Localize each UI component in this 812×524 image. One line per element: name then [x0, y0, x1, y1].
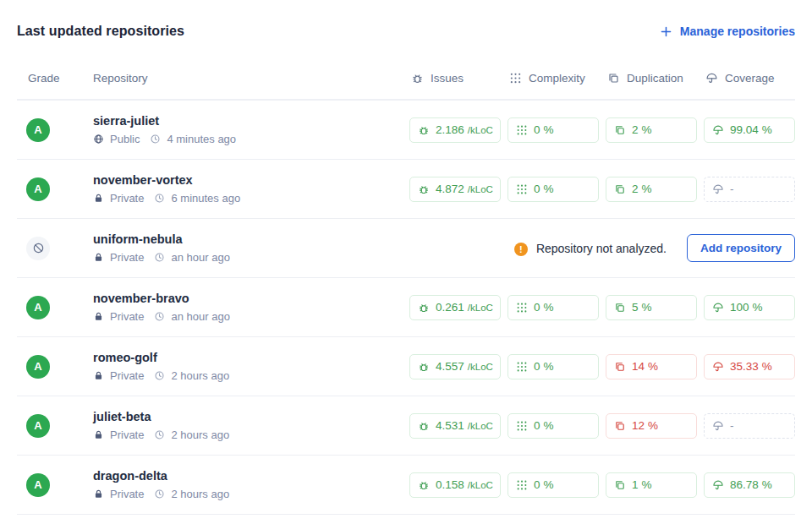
table-header: Grade Repository Issues Complexity Dupli… [17, 57, 795, 101]
issues-metric: 4.872 /kLoC [409, 177, 501, 202]
metrics: 4.531 /kLoC 0 % 12 % - [409, 413, 795, 439]
metric-value: 0 [534, 360, 540, 373]
repository-name-link[interactable]: dragon-delta [93, 469, 409, 483]
grade-badge: A [26, 177, 50, 201]
bug-icon [418, 420, 430, 432]
warning-text: Repository not analyzed. [536, 242, 667, 255]
visibility-label: Private [110, 251, 144, 264]
metric-value: 86.78 [730, 478, 759, 491]
metric-unit: % [642, 183, 652, 195]
repository-meta: Private 2 hours ago [93, 428, 409, 441]
metric-unit: % [648, 419, 658, 432]
metric-value: 0 [534, 478, 540, 491]
coverage-metric: 100 % [704, 295, 795, 320]
grade-badge: A [26, 355, 50, 379]
complexity-metric: 0 % [508, 177, 599, 202]
visibility-label: Private [110, 428, 144, 441]
complexity-metric: 0 % [508, 472, 599, 498]
updated-label: 2 hours ago [171, 369, 229, 382]
repository-name-link[interactable]: juliet-beta [93, 410, 409, 423]
metric-value: 0 [534, 419, 540, 432]
repository-name-link[interactable]: sierra-juliet [93, 114, 409, 128]
metric-value: 12 [632, 419, 645, 432]
repository-meta: Private an hour ago [93, 251, 409, 264]
grade-cell: A [17, 414, 93, 438]
metric-value: 99.04 [730, 123, 759, 136]
column-header-coverage: Coverage [704, 72, 795, 85]
visibility-label: Private [110, 369, 144, 382]
complexity-metric: 0 % [508, 117, 599, 143]
metric-value: 0.158 [436, 478, 464, 491]
repository-cell: dragon-delta Private 2 hours ago [93, 469, 409, 500]
visibility-label: Public [110, 133, 140, 145]
grid-icon [516, 420, 528, 432]
last-updated-repositories-panel: Last updated repositories Manage reposit… [0, 0, 812, 515]
copy-icon [614, 420, 626, 432]
issues-metric: 2.186 /kLoC [409, 117, 501, 143]
table-row: A romeo-golf Private 2 hours ago 4.557 /… [17, 337, 795, 396]
plus-icon [660, 25, 672, 38]
grid-icon [516, 124, 528, 136]
metric-unit: /kLoC [468, 184, 493, 194]
not-analyzed-section: ! Repository not analyzed. Add repositor… [409, 234, 795, 262]
metric-unit: % [642, 123, 652, 136]
grid-icon [516, 361, 528, 373]
table-row: A november-bravo Private an hour ago 0.2… [17, 278, 795, 337]
clock-icon [154, 429, 165, 440]
copy-icon [614, 124, 626, 136]
repository-meta: Private an hour ago [93, 310, 409, 323]
column-header-grade: Grade [17, 72, 93, 85]
column-header-duplication: Duplication [606, 72, 697, 85]
metric-value: 4.557 [436, 360, 464, 373]
table-row: A dragon-delta Private 2 hours ago 0.158… [17, 456, 795, 515]
repository-cell: romeo-golf Private 2 hours ago [93, 351, 409, 382]
coverage-metric: - [704, 177, 795, 202]
bug-icon [411, 72, 424, 85]
repository-name-link[interactable]: november-bravo [93, 292, 409, 305]
metric-unit: /kLoC [468, 480, 493, 490]
bug-icon [418, 361, 430, 373]
metric-value: 14 [632, 360, 645, 373]
visibility-icon [93, 134, 104, 145]
repository-meta: Public 4 minutes ago [93, 133, 409, 145]
metric-value: 0 [534, 301, 540, 314]
add-repository-button[interactable]: Add repository [687, 234, 795, 262]
complexity-metric: 0 % [508, 354, 599, 379]
repository-cell: juliet-beta Private 2 hours ago [93, 410, 409, 441]
grade-cell: A [17, 177, 93, 201]
metric-value: - [730, 419, 734, 432]
column-header-label: Coverage [725, 72, 775, 85]
column-header-complexity: Complexity [508, 72, 599, 85]
coverage-metric: 86.78 % [704, 472, 795, 498]
table-row: A november-vortex Private 6 minutes ago … [17, 160, 795, 219]
repository-name-link[interactable]: romeo-golf [93, 351, 409, 364]
clock-icon [154, 193, 165, 204]
manage-repositories-link[interactable]: Manage repositories [660, 25, 795, 38]
grade-badge: A [26, 414, 50, 438]
clock-icon [154, 252, 165, 263]
metrics: 0.158 /kLoC 0 % 1 % 86.78 % [409, 472, 795, 498]
table-row: A sierra-juliet Public 4 minutes ago 2.1… [17, 101, 795, 160]
repository-name-link[interactable]: november-vortex [93, 173, 409, 187]
updated-label: an hour ago [171, 251, 229, 264]
issues-metric: 0.261 /kLoC [409, 295, 501, 320]
metric-value: 4.872 [436, 183, 464, 195]
duplication-metric: 1 % [606, 472, 697, 498]
metric-unit: % [762, 360, 772, 373]
metric-unit: /kLoC [468, 125, 493, 135]
grade-cell: A [17, 118, 93, 142]
visibility-icon [93, 252, 104, 263]
warning-icon: ! [514, 241, 528, 256]
visibility-icon [93, 311, 104, 322]
umbrella-icon [705, 72, 718, 85]
visibility-icon [93, 489, 104, 499]
repository-name-link[interactable]: uniform-nebula [93, 232, 409, 246]
issues-metric: 4.557 /kLoC [409, 354, 501, 379]
visibility-icon [93, 193, 104, 204]
clock-icon [154, 311, 165, 322]
duplication-metric: 2 % [606, 117, 697, 143]
grid-icon [509, 72, 522, 85]
grade-badge: A [26, 473, 50, 497]
grade-cell: A [17, 355, 93, 379]
metric-unit: % [544, 360, 554, 373]
